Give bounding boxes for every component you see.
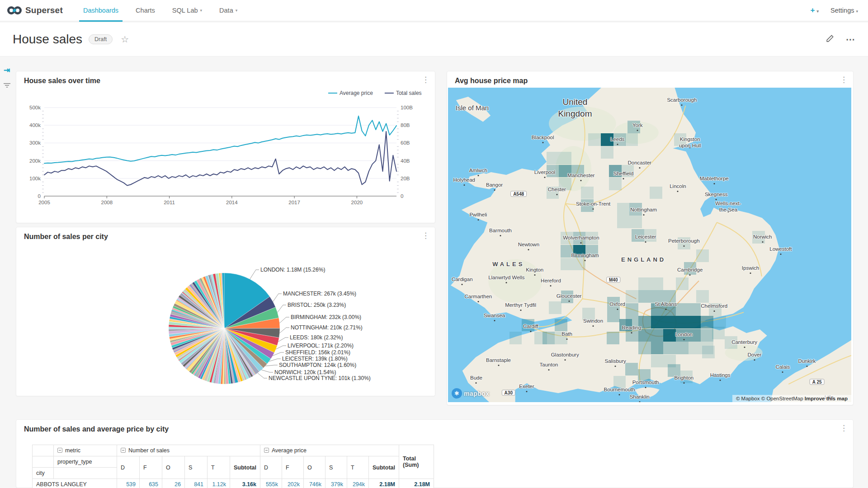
- map-label-wales: WALES: [492, 260, 524, 267]
- map-label-barnstaple: Barnstaple: [486, 357, 511, 364]
- map-label-llanwrtyd-wells: Llanwrtyd Wells: [488, 275, 524, 281]
- collapse-icon[interactable]: [121, 448, 126, 453]
- improve-map-link[interactable]: Improve this map: [805, 396, 848, 401]
- svg-text:500k: 500k: [29, 105, 41, 110]
- map-label-brighton: Brighton: [674, 375, 693, 381]
- nav-item-data[interactable]: Data▾: [211, 0, 246, 21]
- city-dot: [580, 180, 582, 181]
- superset-brand[interactable]: Superset: [0, 0, 75, 21]
- heat-grid-cell: [650, 187, 662, 199]
- svg-text:0: 0: [38, 193, 41, 199]
- map-label-dunkirk: Dunkirk: [798, 358, 816, 365]
- city-dot: [681, 104, 683, 106]
- svg-text:40B: 40B: [401, 158, 410, 164]
- city-dot: [683, 245, 684, 247]
- kebab-menu-icon[interactable]: ⋮: [422, 232, 429, 239]
- map-label-wolverhampton: Wolverhampton: [563, 235, 599, 241]
- heat-grid-cell: [617, 203, 630, 216]
- heat-grid-cell: [626, 290, 638, 303]
- superset-logo-icon: [7, 5, 22, 15]
- heat-grid-cell: [549, 301, 561, 314]
- map-label-amlwch: Amlwch: [469, 168, 487, 174]
- heat-grid-cell: [547, 152, 559, 164]
- map-label-skegness: Skegness: [705, 192, 728, 198]
- pivot-column-header: Subtotal: [369, 456, 399, 479]
- svg-text:2005: 2005: [38, 200, 50, 205]
- map-label-chelmsford: Chelmsford: [701, 303, 727, 310]
- pivot-column-header: O: [304, 456, 326, 479]
- pie-chart[interactable]: LONDON: 1.18M (15.26%)MANCHESTER: 267k (…: [16, 244, 436, 395]
- map-label-carmarthen: Carmarthen: [465, 294, 492, 300]
- expand-filter-bar-icon[interactable]: ⇥: [4, 66, 10, 75]
- heat-grid-cell: [651, 355, 664, 367]
- legend-item: Average price: [340, 90, 373, 96]
- map-label-bournemouth: Bournemouth: [604, 387, 635, 393]
- city-dot: [534, 274, 535, 276]
- map-canvas[interactable]: United KingdomIsle of ManWALESENGLANDSca…: [448, 88, 851, 402]
- collapse-icon[interactable]: [57, 448, 62, 453]
- chart-title: Avg house price map: [455, 77, 528, 85]
- heat-grid-cell: [651, 329, 664, 342]
- favorite-star-icon[interactable]: ☆: [121, 34, 129, 45]
- pivot-column-header: F: [282, 456, 304, 479]
- edit-pencil-icon[interactable]: [826, 34, 834, 45]
- city-dot: [566, 338, 568, 340]
- pivot-column-header: S: [185, 456, 208, 479]
- heat-grid-cell: [676, 316, 689, 328]
- city-dot: [631, 332, 632, 333]
- city-dot: [806, 366, 807, 367]
- heat-grid-cell: [581, 187, 594, 199]
- filter-funnel-icon[interactable]: [3, 82, 11, 90]
- pivot-column-header: T: [208, 456, 230, 479]
- pivot-group-header: Number of sales: [117, 445, 260, 456]
- city-dot: [683, 339, 684, 340]
- svg-text:0: 0: [401, 193, 403, 199]
- city-dot: [713, 310, 715, 312]
- filter-bar-collapsed: ⇥: [0, 66, 14, 90]
- kebab-menu-icon[interactable]: ⋮: [840, 424, 848, 432]
- map-label-exeter: Exeter: [519, 384, 534, 390]
- collapse-icon[interactable]: [264, 448, 269, 453]
- pivot-column-header: Subtotal: [230, 456, 260, 479]
- map-label-lowestoft: Lowestoft: [769, 247, 792, 253]
- map-label-liverpool: Liverpool: [534, 169, 556, 176]
- heat-grid-cell: [638, 342, 651, 354]
- heat-grid-cell: [676, 342, 689, 354]
- svg-text:100k: 100k: [29, 176, 41, 181]
- heat-grid-cell: [534, 332, 547, 344]
- series-average-price: [44, 116, 396, 164]
- map-label-merthyr-tydfil: Merthyr Tydfil: [505, 302, 536, 309]
- pie-label: BRISTOL: 250k (3.23%): [288, 302, 346, 308]
- panel-sales-and-price-table: Number of sales and average price by cit…: [16, 419, 854, 488]
- kebab-menu-icon[interactable]: ⋮: [840, 76, 848, 84]
- dashboard-body: ⇥ House sales over time ⋮ 00100k20B200k4…: [0, 56, 868, 488]
- city-dot: [498, 365, 499, 366]
- heat-grid-cell: [625, 133, 638, 146]
- nav-item-dashboards[interactable]: Dashboards: [75, 0, 127, 21]
- city-dot: [568, 300, 570, 302]
- city-dot: [762, 241, 763, 243]
- chart-title: Number of sales and average price by cit…: [24, 425, 169, 433]
- heat-grid-cell: [676, 303, 689, 316]
- new-item-button[interactable]: +▾: [811, 6, 819, 15]
- pivot-table-container[interactable]: metricNumber of salesAverage priceTotal …: [32, 445, 434, 488]
- map-label-stoke-on-trent: Stoke-on-Trent: [576, 201, 610, 207]
- osm-attribution-link[interactable]: © OpenStreetMap: [761, 396, 803, 401]
- pivot-value-cell: 26: [162, 479, 185, 488]
- heat-grid-cell: [701, 329, 713, 342]
- city-dot: [683, 382, 684, 384]
- mapbox-attribution-link[interactable]: © Mapbox: [736, 396, 760, 401]
- line-chart[interactable]: 00100k20B200k40B300k60B400k80B500k100B20…: [16, 71, 436, 207]
- mapbox-logo[interactable]: ✱ mapbox: [452, 388, 490, 399]
- map-label-holyhead: Holyhead: [453, 177, 475, 183]
- city-dot: [494, 320, 495, 321]
- nav-item-charts[interactable]: Charts: [127, 0, 164, 21]
- heat-grid-cell: [651, 342, 664, 354]
- heat-grid-cell: [555, 319, 567, 332]
- city-dot: [477, 175, 479, 176]
- more-actions-icon[interactable]: ⋯: [846, 34, 855, 45]
- panel-house-sales-over-time: House sales over time ⋮ 00100k20B200k40B…: [16, 71, 435, 223]
- map-label-barmouth: Barmouth: [489, 228, 512, 234]
- nav-item-sql-lab[interactable]: SQL Lab▾: [164, 0, 211, 21]
- settings-menu[interactable]: Settings▾: [830, 7, 858, 14]
